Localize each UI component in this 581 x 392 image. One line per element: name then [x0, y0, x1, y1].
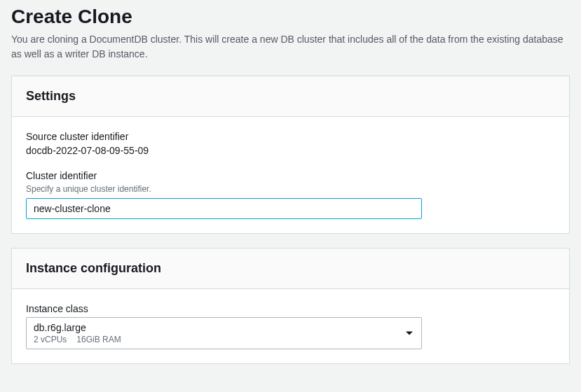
source-cluster-label: Source cluster identifier [26, 131, 555, 142]
settings-heading: Settings [12, 76, 569, 117]
instance-class-vcpus: 2 vCPUs [34, 335, 67, 344]
instance-config-panel: Instance configuration Instance class db… [11, 248, 570, 364]
cluster-identifier-hint: Specify a unique cluster identifier. [26, 184, 555, 194]
instance-class-select[interactable]: db.r6g.large 2 vCPUs 16GiB RAM [26, 317, 422, 349]
cluster-identifier-input[interactable] [26, 198, 422, 219]
instance-config-body: Instance class db.r6g.large 2 vCPUs 16Gi… [12, 289, 569, 363]
instance-class-label: Instance class [26, 303, 555, 314]
instance-class-ram: 16GiB RAM [76, 335, 121, 344]
instance-class-field: Instance class db.r6g.large 2 vCPUs 16Gi… [26, 303, 555, 349]
instance-class-select-wrapper: db.r6g.large 2 vCPUs 16GiB RAM [26, 317, 422, 349]
instance-config-heading: Instance configuration [12, 248, 569, 289]
page-description: You are cloning a DocumentDB cluster. Th… [11, 32, 570, 62]
instance-class-details: 2 vCPUs 16GiB RAM [34, 335, 396, 344]
source-cluster-value: docdb-2022-07-08-09-55-09 [26, 145, 555, 156]
source-cluster-field: Source cluster identifier docdb-2022-07-… [26, 131, 555, 156]
settings-panel: Settings Source cluster identifier docdb… [11, 76, 570, 234]
cluster-identifier-field: Cluster identifier Specify a unique clus… [26, 170, 555, 219]
cluster-identifier-label: Cluster identifier [26, 170, 555, 181]
settings-body: Source cluster identifier docdb-2022-07-… [12, 117, 569, 233]
page-title: Create Clone [11, 6, 570, 28]
instance-class-value: db.r6g.large [34, 322, 396, 333]
